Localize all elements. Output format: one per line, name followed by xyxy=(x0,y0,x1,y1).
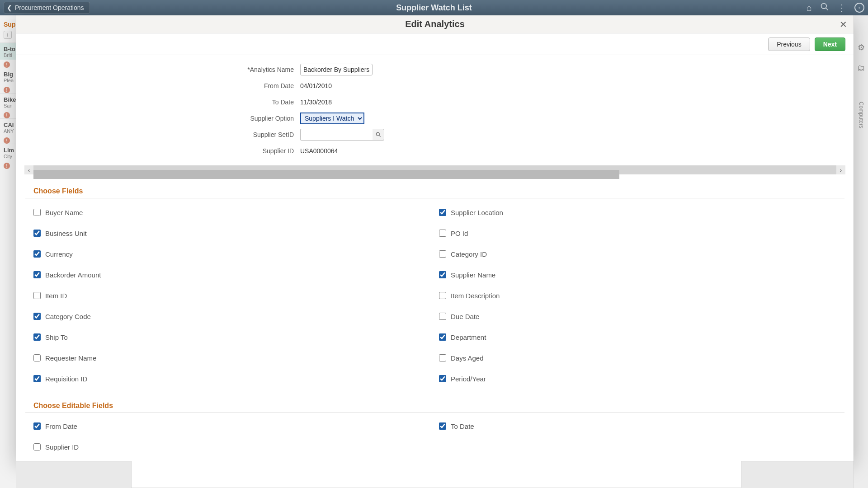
field-checkbox-row: Supplier Location xyxy=(439,202,844,223)
field-label[interactable]: To Date xyxy=(451,422,474,430)
scroll-right-icon[interactable]: › xyxy=(836,165,845,174)
modal-toolbar: Previous Next xyxy=(16,33,854,55)
field-label[interactable]: Currency xyxy=(45,250,73,258)
field-label[interactable]: Due Date xyxy=(451,313,479,320)
sidebar-item[interactable]: BikeSan xyxy=(0,93,16,110)
compass-icon[interactable]: ◦ xyxy=(854,3,864,13)
supplier-id-value: USA0000064 xyxy=(300,147,338,155)
field-checkbox-row: Supplier Name xyxy=(439,264,844,285)
field-checkbox[interactable] xyxy=(439,209,446,216)
field-checkbox-row: Category Code xyxy=(33,306,439,327)
next-button[interactable]: Next xyxy=(815,38,845,51)
field-label[interactable]: Ship To xyxy=(45,333,68,341)
field-label[interactable]: Days Aged xyxy=(451,354,484,362)
field-checkbox[interactable] xyxy=(33,443,41,450)
add-icon[interactable]: + xyxy=(4,31,12,39)
field-checkbox[interactable] xyxy=(439,271,446,278)
alert-badge-icon: ! xyxy=(4,137,10,144)
field-label[interactable]: Category Code xyxy=(45,313,91,320)
field-checkbox[interactable] xyxy=(33,375,41,382)
from-date-value: 04/01/2010 xyxy=(300,82,332,89)
more-icon[interactable]: ⋮ xyxy=(837,2,846,13)
field-checkbox[interactable] xyxy=(439,354,446,361)
alert-badge-icon: ! xyxy=(4,61,10,68)
right-rail: ⚙ 🗂 Computers xyxy=(854,15,868,488)
home-icon[interactable]: ⌂ xyxy=(807,3,812,13)
field-checkbox[interactable] xyxy=(439,333,446,341)
folder-icon[interactable]: 🗂 xyxy=(857,63,865,73)
modal-header: Edit Analytics ✕ xyxy=(16,15,854,33)
sidebar-item[interactable]: B-toBriti xyxy=(0,42,16,60)
sidebar-item-sub: City xyxy=(4,154,16,159)
field-checkbox-row: To Date xyxy=(439,416,844,436)
field-checkbox-row: Requisition ID xyxy=(33,368,439,389)
field-checkbox-row: Backorder Amount xyxy=(33,264,439,285)
field-label[interactable]: Department xyxy=(451,333,486,341)
field-label[interactable]: PO Id xyxy=(451,230,468,237)
field-label[interactable]: From Date xyxy=(45,422,77,430)
back-button[interactable]: ❮ Procurement Operations xyxy=(4,2,90,14)
field-label[interactable]: Item Description xyxy=(451,292,500,300)
sidebar-item-name: Big xyxy=(4,71,16,78)
field-checkbox[interactable] xyxy=(33,250,41,258)
lookup-button[interactable] xyxy=(373,129,384,141)
scroll-left-icon[interactable]: ‹ xyxy=(24,165,33,174)
field-label[interactable]: Business Unit xyxy=(45,230,87,237)
field-label[interactable]: Supplier Location xyxy=(451,209,503,216)
page-title: Supplier Watch List xyxy=(396,3,472,13)
analytics-name-label: *Analytics Name xyxy=(24,66,300,73)
field-checkbox-row: PO Id xyxy=(439,223,844,244)
field-checkbox-row: Department xyxy=(439,327,844,347)
field-checkbox[interactable] xyxy=(33,209,41,216)
field-checkbox[interactable] xyxy=(439,313,446,320)
field-checkbox[interactable] xyxy=(439,375,446,382)
top-bar: ❮ Procurement Operations Supplier Watch … xyxy=(0,0,868,15)
sidebar-item[interactable]: BigPlea xyxy=(0,68,16,85)
field-checkbox[interactable] xyxy=(439,230,446,237)
field-label[interactable]: Supplier ID xyxy=(45,443,79,451)
field-checkbox[interactable] xyxy=(439,292,446,299)
field-checkbox[interactable] xyxy=(33,422,41,430)
field-checkbox-row: Currency xyxy=(33,244,439,264)
to-date-value: 11/30/2018 xyxy=(300,99,332,106)
alert-badge-icon: ! xyxy=(4,112,10,118)
field-label[interactable]: Period/Year xyxy=(451,375,486,383)
field-checkbox[interactable] xyxy=(33,292,41,299)
field-label[interactable]: Requisition ID xyxy=(45,375,87,383)
analytics-name-input[interactable] xyxy=(300,64,373,75)
field-label[interactable]: Supplier Name xyxy=(451,271,495,279)
field-checkbox[interactable] xyxy=(33,333,41,341)
choose-editable-grid: From DateSupplier ID To Date xyxy=(16,413,854,457)
sidebar-item[interactable]: LimCity xyxy=(0,144,16,161)
field-checkbox[interactable] xyxy=(33,230,41,237)
field-label[interactable]: Category ID xyxy=(451,250,487,258)
gear-icon[interactable]: ⚙ xyxy=(858,42,865,52)
field-checkbox[interactable] xyxy=(439,250,446,258)
search-icon[interactable] xyxy=(820,2,829,14)
chevron-left-icon: ❮ xyxy=(7,4,12,11)
field-checkbox[interactable] xyxy=(33,354,41,361)
supplier-option-label: Supplier Option xyxy=(24,115,300,122)
field-checkbox-row: Requester Name xyxy=(33,347,439,368)
sidebar-item-sub: ANY xyxy=(4,128,16,134)
sidebar-item[interactable]: CAIANY xyxy=(0,118,16,136)
field-label[interactable]: Item ID xyxy=(45,292,67,300)
edit-analytics-modal: Edit Analytics ✕ Previous Next *Analytic… xyxy=(16,15,854,461)
field-label[interactable]: Buyer Name xyxy=(45,209,83,216)
field-checkbox[interactable] xyxy=(439,422,446,430)
field-checkbox[interactable] xyxy=(33,271,41,278)
svg-point-0 xyxy=(821,3,827,9)
field-label[interactable]: Backorder Amount xyxy=(45,271,101,279)
scroll-thumb[interactable] xyxy=(33,170,619,179)
left-panel-peek: Sup + B-toBriti!BigPlea!BikeSan!CAIANY!L… xyxy=(0,15,16,488)
close-icon[interactable]: ✕ xyxy=(840,19,847,30)
previous-button[interactable]: Previous xyxy=(768,38,810,51)
supplier-setid-input[interactable] xyxy=(300,129,373,141)
field-checkbox-row: Period/Year xyxy=(439,368,844,389)
field-checkbox-row: Item Description xyxy=(439,285,844,306)
svg-line-1 xyxy=(826,8,828,10)
horizontal-scrollbar[interactable]: ‹ › xyxy=(24,165,845,174)
field-label[interactable]: Requester Name xyxy=(45,354,96,362)
supplier-option-select[interactable]: Suppliers I Watch xyxy=(300,113,364,124)
field-checkbox[interactable] xyxy=(33,313,41,320)
